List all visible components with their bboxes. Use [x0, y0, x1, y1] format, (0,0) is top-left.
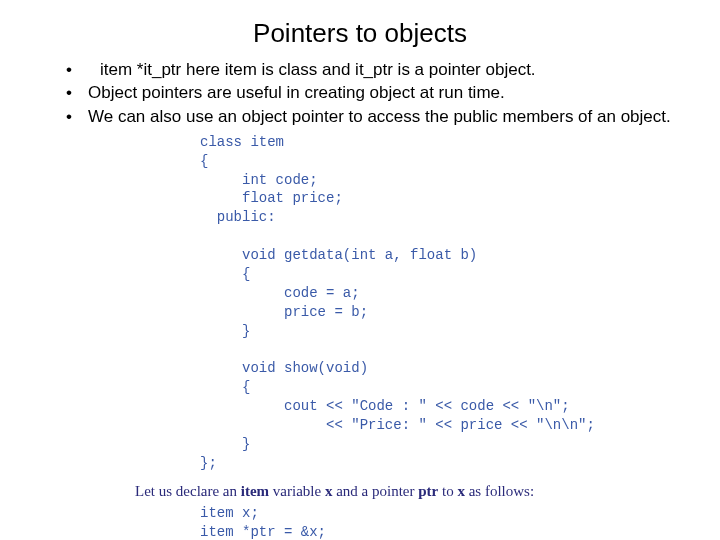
caption-bold: item	[241, 483, 269, 499]
caption-part: and a pointer	[332, 483, 418, 499]
code-line: price = b;	[200, 304, 368, 320]
code-line: public:	[200, 209, 276, 225]
code-line: code = a;	[200, 285, 360, 301]
bullet-list: item *it_ptr here item is class and it_p…	[30, 59, 690, 127]
code-line: item *ptr = &x;	[200, 524, 326, 540]
code-line: };	[200, 455, 217, 471]
slide-title: Pointers to objects	[30, 18, 690, 49]
code-line: }	[200, 323, 250, 339]
caption-part: Let us declare an	[135, 483, 241, 499]
code-block-class: class item { int code; float price; publ…	[200, 133, 690, 473]
code-line: {	[200, 266, 250, 282]
caption-part: to	[438, 483, 457, 499]
code-line: cout << "Code : " << code << "\n";	[200, 398, 570, 414]
code-line: {	[200, 153, 208, 169]
code-line: void show(void)	[200, 360, 368, 376]
code-line: {	[200, 379, 250, 395]
bullet-item: item *it_ptr here item is class and it_p…	[66, 59, 680, 80]
code-line: class item	[200, 134, 284, 150]
caption-part: variable	[269, 483, 325, 499]
code-line: float price;	[200, 190, 343, 206]
bullet-item: Object pointers are useful in creating o…	[66, 82, 680, 103]
bullet-item: We can also use an object pointer to acc…	[66, 106, 680, 127]
slide: Pointers to objects item *it_ptr here it…	[0, 0, 720, 540]
code-line: int code;	[200, 172, 318, 188]
caption-text: Let us declare an item variable x and a …	[135, 483, 690, 500]
caption-part: as follows:	[465, 483, 534, 499]
caption-bold: ptr	[418, 483, 438, 499]
caption-bold: x	[457, 483, 465, 499]
code-line: void getdata(int a, float b)	[200, 247, 477, 263]
code-line: }	[200, 436, 250, 452]
code-block-decl: item x; item *ptr = &x;	[200, 504, 690, 540]
code-line: item x;	[200, 505, 259, 521]
code-line: << "Price: " << price << "\n\n";	[200, 417, 595, 433]
